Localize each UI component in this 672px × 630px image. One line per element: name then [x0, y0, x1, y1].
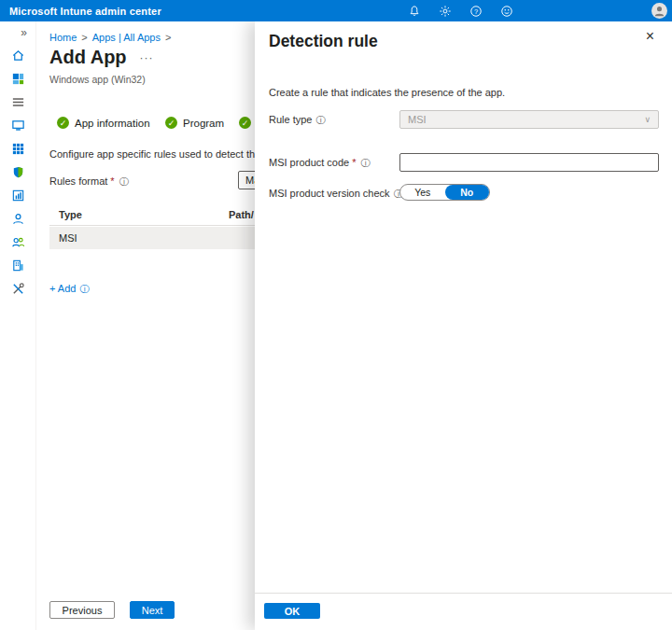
reports-icon — [11, 189, 25, 203]
sidebar-item-devices[interactable] — [0, 114, 35, 137]
home-icon — [11, 49, 25, 63]
page-subtitle: Windows app (Win32) — [49, 74, 146, 85]
required-asterisk: * — [352, 157, 356, 168]
rule-type-cell: MSI — [49, 232, 229, 244]
breadcrumb-apps-link[interactable]: Apps | All Apps — [92, 32, 161, 43]
rule-type-label: Rule typeⓘ — [269, 114, 325, 127]
devices-icon — [11, 119, 25, 133]
step-complete-check-icon: ✓ — [57, 117, 69, 129]
toggle-option-yes[interactable]: Yes — [400, 185, 445, 200]
column-header-path: Path/ — [229, 209, 254, 220]
info-icon[interactable]: ⓘ — [361, 158, 371, 168]
page-title: Add App — [49, 47, 127, 68]
column-header-type: Type — [49, 209, 229, 220]
apps-icon — [11, 142, 25, 156]
step-complete-check-icon: ✓ — [165, 117, 177, 129]
detection-rules-description: Configure app specific rules used to det… — [49, 148, 269, 160]
avatar[interactable] — [651, 3, 667, 19]
sidebar-item-users[interactable] — [0, 207, 35, 231]
sidebar-item-home[interactable] — [0, 44, 35, 67]
msi-version-check-label: MSI product version checkⓘ — [269, 188, 403, 201]
sidebar-item-dashboard[interactable] — [0, 67, 35, 91]
step-label: App information — [75, 118, 150, 129]
endpoint-security-shield-icon — [11, 165, 25, 179]
required-asterisk: * — [110, 175, 114, 187]
previous-button[interactable]: Previous — [49, 601, 115, 619]
panel-description: Create a rule that indicates the presenc… — [269, 87, 505, 98]
breadcrumb: Home > Apps | All Apps > — [49, 32, 171, 43]
help-icon[interactable]: ? — [469, 5, 483, 18]
troubleshooting-wrench-icon — [11, 282, 25, 296]
step-complete-check-icon: ✓ — [239, 117, 251, 129]
info-icon[interactable]: ⓘ — [315, 115, 325, 125]
breadcrumb-separator: > — [165, 32, 171, 43]
next-button[interactable]: Next — [130, 601, 175, 619]
topbar-icon-group: ? — [408, 0, 513, 21]
msi-version-check-toggle: Yes No — [399, 184, 490, 201]
wizard-footer: Previous Next — [49, 601, 175, 619]
info-icon[interactable]: ⓘ — [119, 176, 129, 187]
users-icon — [11, 212, 25, 226]
ok-button[interactable]: OK — [264, 603, 320, 619]
step-program[interactable]: ✓ Program — [165, 117, 224, 129]
feedback-icon[interactable] — [500, 5, 513, 18]
msi-product-code-label: MSI product code*ⓘ — [269, 157, 371, 170]
info-icon[interactable]: ⓘ — [79, 284, 89, 294]
notifications-bell-icon[interactable] — [408, 5, 421, 18]
sidebar-item-apps[interactable] — [0, 137, 35, 161]
add-rule-link[interactable]: + Addⓘ — [49, 283, 89, 296]
sidebar-item-troubleshooting[interactable] — [0, 277, 35, 301]
panel-footer-divider — [255, 593, 672, 594]
sidebar-collapse-chevron-icon[interactable]: » — [0, 21, 35, 44]
rules-format-label: Rules format*ⓘ — [49, 175, 129, 189]
app-title: Microsoft Intune admin center — [0, 6, 161, 17]
panel-title: Detection rule — [269, 32, 378, 51]
chevron-down-icon: ∨ — [644, 115, 651, 124]
intune-admin-center: Microsoft Intune admin center ? » — [0, 0, 672, 630]
step-app-information[interactable]: ✓ App information — [57, 117, 150, 129]
rule-type-dropdown[interactable]: MSI ∨ — [399, 110, 659, 129]
toggle-option-no[interactable]: No — [445, 185, 490, 200]
breadcrumb-separator: > — [81, 32, 87, 43]
sidebar-item-tenant-administration[interactable] — [0, 254, 35, 277]
sidebar-item-reports[interactable] — [0, 184, 35, 207]
step-label: Program — [183, 118, 224, 129]
settings-gear-icon[interactable] — [439, 5, 452, 18]
groups-icon — [11, 235, 25, 249]
sidebar-item-all-services[interactable] — [0, 91, 35, 114]
sidebar-item-groups[interactable] — [0, 231, 35, 254]
more-options-icon[interactable]: ··· — [140, 51, 154, 64]
topbar: Microsoft Intune admin center ? — [0, 0, 672, 21]
msi-product-code-input[interactable] — [399, 153, 659, 172]
all-services-icon — [11, 95, 25, 109]
breadcrumb-home-link[interactable]: Home — [49, 32, 77, 43]
detection-rule-panel: Detection rule × Create a rule that indi… — [255, 21, 672, 630]
rule-type-value: MSI — [408, 114, 427, 125]
svg-text:?: ? — [474, 7, 478, 15]
close-icon[interactable]: × — [646, 29, 654, 44]
sidebar-item-endpoint-security[interactable] — [0, 161, 35, 184]
tenant-administration-icon — [11, 259, 25, 273]
sidebar: » — [0, 21, 36, 630]
dashboard-icon — [11, 72, 25, 86]
